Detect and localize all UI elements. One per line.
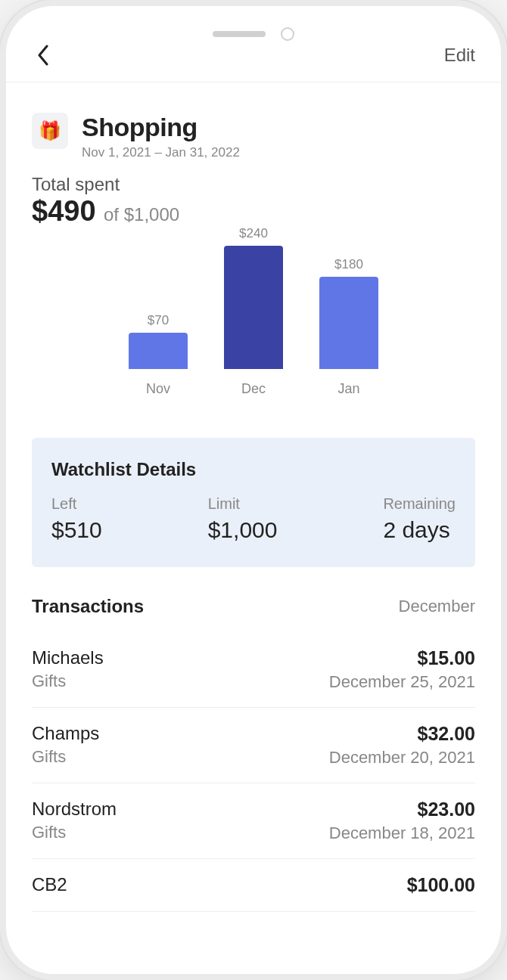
bar: [319, 277, 378, 369]
watchlist-limit: Limit $1,000: [208, 495, 278, 543]
spending-bar-chart: $70Nov$240Dec$180Jan: [32, 250, 475, 424]
title-block: Shopping Nov 1, 2021 – Jan 31, 2022: [82, 113, 240, 160]
screen: Edit 🎁 Shopping Nov 1, 2021 – Jan 31, 20…: [6, 6, 501, 974]
transaction-amount: $23.00: [329, 799, 475, 820]
watchlist-left: Left $510: [51, 495, 102, 543]
back-button[interactable]: [32, 44, 54, 67]
chart-bar-nov[interactable]: $70Nov: [129, 313, 188, 397]
remaining-value: 2 days: [383, 517, 456, 543]
bar-category-label: Nov: [146, 381, 170, 397]
watchlist-row: Left $510 Limit $1,000 Remaining 2 days: [51, 495, 456, 543]
transaction-category: Gifts: [32, 823, 117, 842]
transaction-category: Gifts: [32, 671, 104, 691]
bar-category-label: Dec: [241, 381, 266, 397]
transactions-section: Transactions December MichaelsGifts$15.0…: [32, 596, 475, 912]
transaction-name: Champs: [32, 723, 99, 744]
chart-bar-dec[interactable]: $240Dec: [224, 226, 283, 397]
phone-frame: Edit 🎁 Shopping Nov 1, 2021 – Jan 31, 20…: [0, 0, 507, 980]
left-label: Left: [51, 495, 102, 513]
transaction-row[interactable]: MichaelsGifts$15.00December 25, 2021: [32, 632, 475, 708]
date-range: Nov 1, 2021 – Jan 31, 2022: [82, 145, 240, 160]
transactions-month-filter[interactable]: December: [399, 597, 475, 616]
gift-icon: 🎁: [32, 113, 68, 149]
limit-label: Limit: [208, 495, 278, 513]
bar-category-label: Jan: [337, 381, 359, 397]
transaction-amount: $15.00: [329, 647, 475, 669]
chevron-left-icon: [36, 45, 50, 66]
spent-amount: $490: [32, 195, 96, 227]
category-header: 🎁 Shopping Nov 1, 2021 – Jan 31, 2022: [32, 113, 475, 160]
spent-of: of $1,000: [104, 204, 179, 225]
left-value: $510: [51, 517, 102, 543]
spent-block: Total spent $490 of $1,000: [32, 174, 475, 228]
transaction-date: December 18, 2021: [329, 823, 475, 843]
remaining-label: Remaining: [383, 495, 456, 513]
camera-dot: [281, 27, 294, 41]
transaction-row[interactable]: ChampsGifts$32.00December 20, 2021: [32, 708, 475, 783]
transaction-name: CB2: [32, 874, 67, 895]
transaction-date: December 25, 2021: [329, 672, 475, 692]
transaction-name: Nordstrom: [32, 799, 117, 820]
bar-value-label: $70: [148, 313, 169, 328]
transactions-title: Transactions: [32, 596, 144, 617]
watchlist-remaining: Remaining 2 days: [383, 495, 456, 543]
chart-bar-jan[interactable]: $180Jan: [319, 257, 378, 397]
limit-value: $1,000: [208, 517, 278, 543]
bar: [224, 246, 283, 369]
edit-button[interactable]: Edit: [444, 45, 475, 66]
transaction-row[interactable]: NordstromGifts$23.00December 18, 2021: [32, 783, 475, 859]
transactions-header: Transactions December: [32, 596, 475, 617]
bar: [129, 333, 188, 369]
speaker-slot: [213, 31, 266, 37]
topbar: Edit: [6, 6, 501, 82]
bar-value-label: $180: [334, 257, 363, 272]
transaction-name: Michaels: [32, 647, 104, 668]
notch: [213, 27, 294, 41]
transaction-row[interactable]: CB2$100.00: [32, 859, 475, 912]
transactions-list: MichaelsGifts$15.00December 25, 2021Cham…: [32, 632, 475, 912]
transaction-date: December 20, 2021: [329, 748, 475, 768]
transaction-amount: $100.00: [407, 874, 475, 896]
bar-value-label: $240: [239, 226, 268, 241]
watchlist-title: Watchlist Details: [51, 459, 456, 480]
content: 🎁 Shopping Nov 1, 2021 – Jan 31, 2022 To…: [6, 113, 501, 912]
transaction-amount: $32.00: [329, 723, 475, 745]
category-title: Shopping: [82, 113, 240, 142]
watchlist-card: Watchlist Details Left $510 Limit $1,000…: [32, 438, 475, 567]
transaction-category: Gifts: [32, 747, 99, 767]
spent-label: Total spent: [32, 174, 475, 195]
